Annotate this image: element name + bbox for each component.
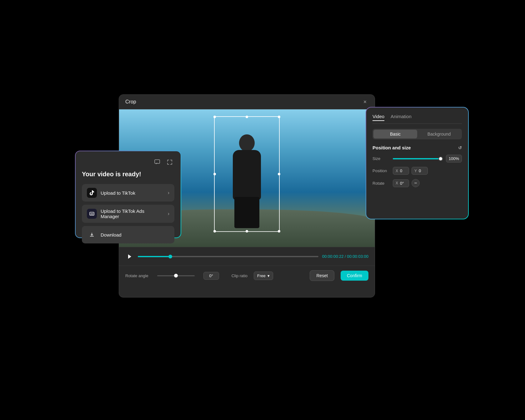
position-inputs: X 0 Y 0 xyxy=(393,167,462,175)
clip-ratio-select[interactable]: Free ▾ xyxy=(254,272,273,280)
rotate-label: Rotate angle xyxy=(125,273,148,278)
size-slider[interactable] xyxy=(393,158,443,159)
position-x-input[interactable]: X 0 xyxy=(393,167,409,175)
upload-tiktok-option[interactable]: Upload to TikTok › xyxy=(82,184,174,202)
export-ready-text: Your video is ready! xyxy=(82,171,174,178)
download-icon xyxy=(87,230,97,240)
tab-video[interactable]: Video xyxy=(372,114,384,121)
rotate-inputs: X 0° − xyxy=(393,179,462,187)
arrow-right-icon-ads: › xyxy=(168,211,169,217)
current-time: 00:00:00:22 xyxy=(322,254,344,259)
chevron-down-icon: ▾ xyxy=(268,273,270,278)
properties-panel-border: Video Animation Basic Background Positio… xyxy=(366,107,469,219)
export-panel-toprow xyxy=(82,158,174,167)
export-panel-border: Your video is ready! Upload to TikTok › … xyxy=(75,151,181,238)
arrow-right-icon: › xyxy=(168,190,169,196)
clip-ratio-label: Clip ratio xyxy=(232,273,248,278)
subtab-background[interactable]: Background xyxy=(417,130,461,138)
tiktok-ads-icon: AD xyxy=(87,209,97,219)
svg-text:AD: AD xyxy=(90,213,93,215)
handle-mid-left[interactable] xyxy=(213,173,216,175)
confirm-button[interactable]: Confirm xyxy=(341,271,368,281)
crop-title: Crop xyxy=(125,99,136,105)
clip-ratio-value: Free xyxy=(257,273,266,278)
position-row: Position X 0 Y 0 xyxy=(372,167,462,175)
reset-button[interactable]: Reset xyxy=(310,270,334,281)
x-label: X xyxy=(396,169,398,173)
size-slider-thumb[interactable] xyxy=(438,157,443,161)
subtab-basic[interactable]: Basic xyxy=(373,130,417,138)
y-value: 0 xyxy=(419,168,425,173)
time-display: 00:00:00:22 / 00:00:03:00 xyxy=(322,254,368,259)
tiktok-icon xyxy=(87,188,97,198)
handle-bottom-mid[interactable] xyxy=(246,230,248,232)
total-time: 00:00:03:00 xyxy=(347,254,368,259)
timeline: 00:00:00:22 / 00:00:03:00 xyxy=(119,247,375,266)
handle-top-right[interactable] xyxy=(278,116,280,118)
reset-icon[interactable]: ↺ xyxy=(458,145,462,150)
expand-icon[interactable] xyxy=(165,158,174,167)
position-y-input[interactable]: Y 0 xyxy=(412,167,428,175)
upload-tiktok-label: Upload to TikTok xyxy=(101,190,135,196)
size-label: Size xyxy=(372,156,390,161)
rotate-label-props: Rotate xyxy=(372,181,390,186)
crop-controls: Rotate angle 0° Clip ratio Free ▾ Reset … xyxy=(119,266,375,285)
props-subtabs: Basic Background xyxy=(372,129,462,139)
download-option[interactable]: Download xyxy=(82,226,174,243)
rotate-minus-button[interactable]: − xyxy=(412,179,420,187)
position-size-title: Position and size ↺ xyxy=(372,145,462,150)
rotate-x-input[interactable]: X 0° xyxy=(393,179,409,187)
position-label: Position xyxy=(372,168,390,173)
rotate-value[interactable]: 0° xyxy=(203,272,219,280)
timeline-progress xyxy=(138,256,170,257)
svg-marker-0 xyxy=(128,254,131,259)
size-slider-fill xyxy=(393,158,443,159)
handle-top-left[interactable] xyxy=(213,116,216,118)
rotate-slider-thumb[interactable] xyxy=(174,274,178,278)
rotate-x-value: 0° xyxy=(400,181,406,186)
props-tabs: Video Animation xyxy=(372,114,462,124)
x-value: 0 xyxy=(400,168,406,173)
timeline-thumb[interactable] xyxy=(168,255,172,258)
upload-tiktok-ads-label: Upload to TikTok Ads Manager xyxy=(101,208,164,219)
play-button[interactable] xyxy=(125,252,134,261)
crop-titlebar: Crop × xyxy=(119,95,375,109)
comment-icon[interactable] xyxy=(152,158,162,167)
export-panel: Your video is ready! Upload to TikTok › … xyxy=(76,151,181,238)
handle-top-mid[interactable] xyxy=(246,116,248,118)
size-row: Size 100% xyxy=(372,155,462,162)
rotate-row: Rotate X 0° − xyxy=(372,179,462,187)
close-button[interactable]: × xyxy=(362,98,368,105)
download-label: Download xyxy=(101,232,122,238)
timeline-track[interactable] xyxy=(138,256,318,257)
properties-panel: Video Animation Basic Background Positio… xyxy=(366,108,468,219)
crop-selection[interactable] xyxy=(214,116,280,232)
y-label: Y xyxy=(414,169,417,173)
upload-tiktok-ads-option[interactable]: AD Upload to TikTok Ads Manager › xyxy=(82,205,174,223)
rotate-x-label: X xyxy=(396,181,398,185)
tab-animation[interactable]: Animation xyxy=(391,114,412,121)
size-value[interactable]: 100% xyxy=(446,155,462,162)
handle-bottom-right[interactable] xyxy=(278,230,280,232)
rotate-slider[interactable] xyxy=(157,275,195,276)
handle-bottom-left[interactable] xyxy=(213,230,216,232)
handle-mid-right[interactable] xyxy=(278,173,280,175)
